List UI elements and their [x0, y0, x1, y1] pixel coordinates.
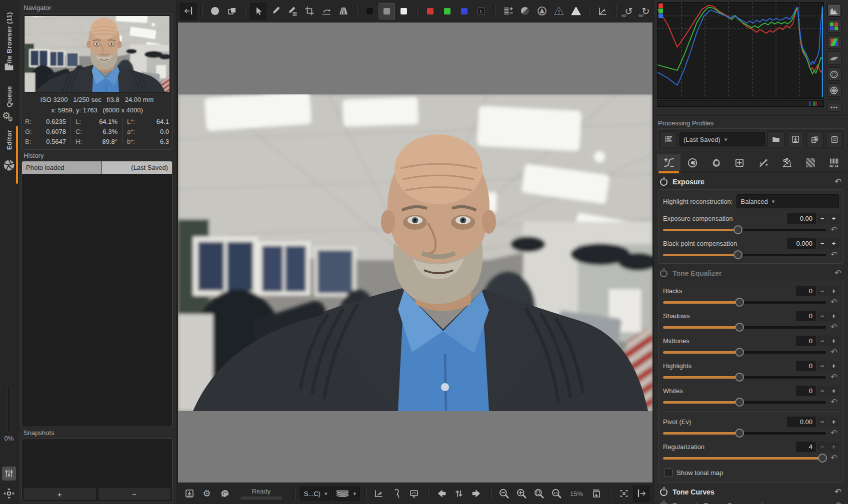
- decrement-button[interactable]: −: [817, 361, 828, 371]
- zoom-out-button[interactable]: [496, 486, 512, 502]
- shadows-value[interactable]: 0: [796, 311, 816, 321]
- chromaticity-button[interactable]: [827, 35, 842, 49]
- slider-thumb[interactable]: [735, 398, 744, 407]
- show-tonal-map-checkbox[interactable]: [664, 469, 672, 477]
- whites-value[interactable]: 0: [796, 386, 816, 396]
- channel-blue-button[interactable]: [456, 3, 472, 19]
- shadow-clipping-warning-button[interactable]: !: [550, 3, 567, 19]
- profile-fill-mode-button[interactable]: [660, 131, 677, 147]
- slider-thumb[interactable]: [734, 250, 742, 259]
- increment-button[interactable]: +: [828, 238, 839, 249]
- pan-icon[interactable]: [3, 488, 15, 500]
- reset-icon[interactable]: ↶: [829, 251, 839, 259]
- reset-icon[interactable]: ↶: [829, 373, 839, 381]
- exposure-section-header[interactable]: Exposure ↶: [657, 172, 845, 189]
- reset-icon[interactable]: ↶: [833, 269, 843, 277]
- folder-icon[interactable]: [3, 61, 15, 73]
- detach-preview-button[interactable]: [588, 486, 604, 502]
- sharpen-mask-button[interactable]: [534, 3, 550, 19]
- slider-thumb[interactable]: [735, 298, 744, 307]
- zoom-fit-button[interactable]: [531, 486, 548, 502]
- vectorscope-hc-button[interactable]: [827, 67, 842, 81]
- decrement-button[interactable]: −: [817, 286, 828, 296]
- tab-transform[interactable]: [775, 154, 798, 171]
- curve-mode-button[interactable]: [827, 51, 842, 65]
- paste-profile-button[interactable]: [826, 131, 843, 147]
- decrement-button[interactable]: −: [817, 238, 828, 249]
- tab-locallab[interactable]: [752, 154, 775, 171]
- midtones-value[interactable]: 0: [796, 336, 816, 346]
- regularization-slider[interactable]: [663, 457, 826, 460]
- lockable-picker-button[interactable]: [388, 486, 405, 502]
- remove-snapshot-button[interactable]: −: [98, 488, 172, 501]
- rgb-indicator-button[interactable]: [827, 19, 842, 33]
- false-color-preview-button[interactable]: [516, 3, 533, 19]
- increment-button[interactable]: +: [828, 386, 839, 396]
- edit-external-button[interactable]: !: [216, 486, 232, 502]
- faders-icon[interactable]: [2, 467, 16, 481]
- shadows-slider[interactable]: [663, 326, 826, 329]
- tab-editor[interactable]: Editor: [6, 130, 13, 150]
- slider-thumb[interactable]: [735, 323, 744, 332]
- reset-icon[interactable]: ↶: [833, 178, 843, 186]
- decrement-button[interactable]: −: [817, 336, 828, 346]
- tab-exposure[interactable]: [657, 154, 680, 171]
- increment-button[interactable]: +: [828, 213, 839, 224]
- increment-button[interactable]: +: [828, 417, 839, 427]
- slider-thumb[interactable]: [735, 429, 744, 438]
- perspective-tool-button[interactable]: [335, 3, 352, 19]
- increment-button[interactable]: +: [828, 311, 839, 321]
- preview-bg-white-button[interactable]: [396, 3, 412, 19]
- photo-preview[interactable]: [178, 94, 652, 411]
- reset-icon[interactable]: ↶: [833, 502, 843, 504]
- histogram-options-button[interactable]: [827, 103, 842, 112]
- highlight-reconstruction-dropdown[interactable]: Balanced ▾: [736, 194, 839, 208]
- fullscreen-button[interactable]: [616, 486, 632, 502]
- reset-icon[interactable]: ↶: [829, 226, 839, 234]
- regularization-value[interactable]: 4: [796, 442, 816, 452]
- tab-detail[interactable]: [680, 154, 704, 171]
- tone-equalizer-section-header[interactable]: Tone Equalizer ↶: [657, 264, 845, 281]
- whites-slider[interactable]: [663, 401, 826, 404]
- crop-tool-button[interactable]: [301, 3, 318, 19]
- white-balance-picker-button[interactable]: [284, 3, 300, 19]
- slider-thumb[interactable]: [734, 225, 742, 234]
- history-row[interactable]: Photo loaded (Last Saved): [22, 161, 172, 174]
- vectorscope-hs-button[interactable]: [827, 83, 842, 97]
- soft-proofing-button[interactable]: [406, 486, 422, 502]
- tool-panel-scroll[interactable]: Exposure ↶ Highlight reconstruction: Bal…: [657, 172, 846, 504]
- profile-dropdown[interactable]: (Last Saved) ▾: [680, 132, 765, 146]
- pivot-slider[interactable]: [663, 432, 826, 435]
- before-after-toggle[interactable]: [224, 3, 240, 19]
- increment-button[interactable]: +: [828, 336, 839, 346]
- tab-queue[interactable]: Queue: [6, 86, 13, 107]
- slider-thumb[interactable]: [735, 348, 744, 357]
- tab-metadata[interactable]: META: [822, 154, 846, 171]
- reset-icon[interactable]: ↶: [833, 488, 843, 496]
- exposure-indicators-button[interactable]: [500, 3, 516, 19]
- preview-bg-gray-button[interactable]: [378, 3, 395, 19]
- add-snapshot-button[interactable]: +: [23, 488, 96, 501]
- save-image-button[interactable]: [181, 486, 198, 502]
- navigator-thumbnail[interactable]: [24, 15, 170, 92]
- zoom-100-button[interactable]: 1:1: [548, 486, 565, 502]
- sync-filebrowser-button[interactable]: [451, 486, 468, 502]
- midtones-slider[interactable]: [663, 351, 826, 354]
- highlights-slider[interactable]: [663, 376, 826, 379]
- previous-image-button[interactable]: [434, 486, 450, 502]
- angle-select-button[interactable]: [594, 3, 610, 19]
- slider-thumb[interactable]: [735, 373, 744, 382]
- histogram-mode-button[interactable]: [827, 3, 842, 17]
- blacks-value[interactable]: 0: [796, 286, 816, 296]
- highlight-clipping-warning-button[interactable]: !: [568, 3, 584, 19]
- load-profile-button[interactable]: [768, 131, 784, 147]
- copy-profile-button[interactable]: [806, 131, 824, 147]
- channel-green-button[interactable]: [439, 3, 456, 19]
- increment-button[interactable]: +: [828, 442, 839, 452]
- black-point-slider[interactable]: [663, 254, 826, 256]
- zoom-in-button[interactable]: [514, 486, 530, 502]
- tab-raw[interactable]: [799, 154, 822, 171]
- channel-red-button[interactable]: [422, 3, 438, 19]
- exposure-compensation-value[interactable]: 0.00: [787, 213, 816, 224]
- slider-thumb[interactable]: [818, 454, 827, 463]
